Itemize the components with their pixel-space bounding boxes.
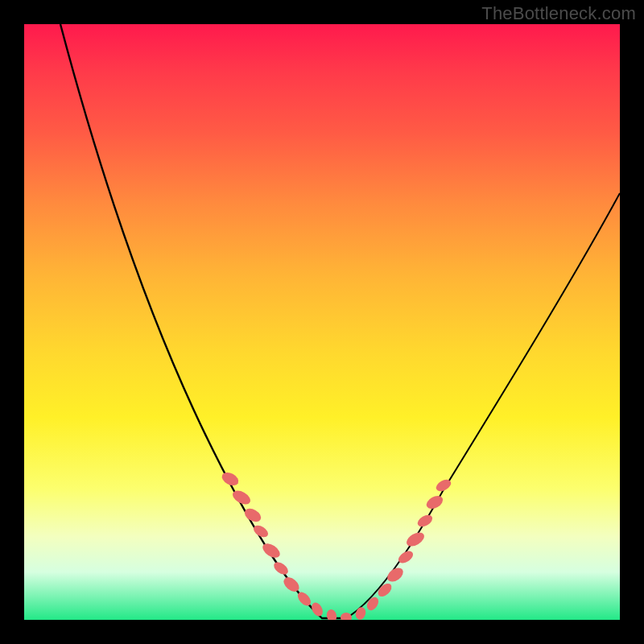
left-marker-band	[220, 470, 352, 620]
svg-point-17	[415, 513, 434, 529]
svg-point-8	[309, 601, 324, 618]
left-curve	[60, 24, 346, 618]
svg-point-5	[271, 559, 290, 576]
svg-point-16	[404, 530, 427, 549]
svg-point-2	[242, 506, 263, 524]
chart-frame: TheBottleneck.com	[0, 0, 644, 644]
watermark-text: TheBottleneck.com	[481, 3, 636, 24]
svg-point-12	[365, 595, 381, 613]
chart-svg	[24, 24, 620, 620]
svg-point-11	[354, 606, 367, 620]
svg-point-10	[341, 613, 352, 620]
svg-point-9	[325, 609, 337, 620]
plot-area	[24, 24, 620, 620]
right-curve	[346, 193, 620, 618]
svg-point-18	[424, 493, 445, 512]
